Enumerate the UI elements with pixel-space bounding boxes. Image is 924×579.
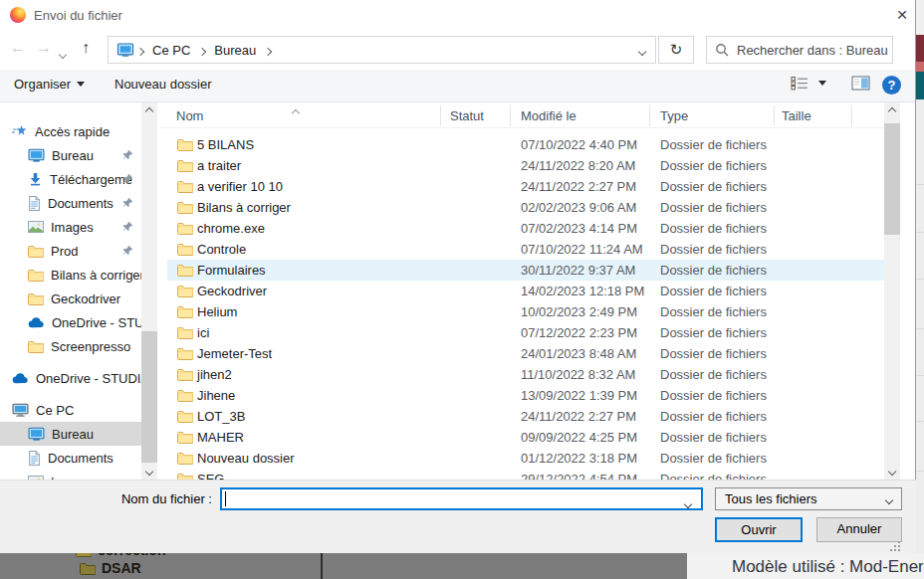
table-row[interactable]: 5 BILANS07/10/2022 4:40 PMDossier de fic… — [167, 134, 899, 155]
table-row[interactable]: Formulaires30/11/2022 9:37 AMDossier de … — [167, 260, 899, 281]
table-row[interactable]: Bilans à corriger02/02/2023 9:06 AMDossi… — [167, 197, 899, 218]
details-view-icon[interactable] — [791, 76, 809, 91]
firefox-icon — [10, 7, 26, 23]
cell-mod: 07/12/2022 2:23 PM — [521, 325, 637, 340]
column-divider[interactable] — [510, 105, 511, 126]
sidebar-item-bilans-corriger[interactable]: Bilans à corriger — [0, 263, 141, 287]
forward-button[interactable]: → — [36, 39, 52, 57]
cell-mod: 07/10/2022 11:24 AM — [521, 242, 643, 257]
column-divider[interactable] — [774, 105, 775, 126]
sidebar-item-prod[interactable]: Prod — [0, 239, 141, 263]
folder-icon — [177, 473, 193, 480]
back-button[interactable]: ← — [10, 39, 26, 57]
search-input[interactable] — [737, 43, 912, 58]
open-button[interactable]: Ouvrir — [715, 517, 803, 542]
table-row[interactable]: ici07/12/2022 2:23 PMDossier de fichiers — [167, 322, 899, 343]
sidebar-item-documents[interactable]: Documents — [0, 191, 141, 215]
sidebar-item-bureau[interactable]: Bureau — [0, 422, 141, 446]
sidebar-item-label: Bureau — [52, 148, 94, 163]
table-row[interactable]: chrome.exe07/02/2023 4:14 PMDossier de f… — [167, 218, 899, 239]
recent-locations-chevron-icon[interactable] — [60, 46, 66, 61]
column-divider[interactable] — [851, 105, 852, 126]
folder-icon — [177, 389, 193, 402]
folder-icon — [177, 347, 193, 360]
table-row[interactable]: Controle07/10/2022 11:24 AMDossier de fi… — [167, 239, 899, 260]
column-header-taille[interactable]: Taille — [782, 108, 811, 123]
cell-name: SEG — [197, 472, 224, 480]
list-scrollbar[interactable] — [884, 102, 900, 480]
cell-type: Dossier de fichiers — [660, 137, 767, 152]
scroll-down-icon[interactable] — [884, 463, 900, 480]
table-row[interactable]: Jihene13/09/2022 1:39 PMDossier de fichi… — [167, 385, 899, 406]
sidebar-item-label: Documents — [48, 196, 114, 211]
cell-name: Jemeter-Test — [197, 346, 272, 361]
address-dropdown-chevron-icon[interactable] — [639, 43, 645, 58]
background-divider-line — [321, 553, 323, 579]
table-row[interactable]: Nouveau dossier01/12/2022 3:18 PMDossier… — [167, 448, 899, 469]
table-row[interactable]: a verifier 10 1024/11/2022 2:27 PMDossie… — [167, 176, 899, 197]
table-row[interactable]: Jemeter-Test24/01/2023 8:48 AMDossier de… — [167, 343, 899, 364]
sidebar-item-documents[interactable]: Documents — [0, 446, 141, 470]
column-header-statut[interactable]: Statut — [450, 108, 484, 123]
scroll-up-icon[interactable] — [884, 102, 900, 119]
breadcrumb-bureau[interactable]: Bureau — [208, 43, 262, 58]
column-divider[interactable] — [649, 105, 650, 126]
command-bar: Organiser Nouveau dossier ? — [0, 70, 915, 102]
table-row[interactable]: Helium10/02/2023 2:49 PMDossier de fichi… — [167, 301, 899, 322]
help-icon[interactable]: ? — [882, 76, 901, 95]
folder-icon — [177, 222, 193, 235]
table-row[interactable]: SEG29/12/2022 4:54 PMDossier de fichiers — [167, 469, 899, 480]
close-icon[interactable]: × — [890, 3, 914, 27]
scroll-up-icon[interactable] — [141, 102, 157, 119]
folder-icon — [177, 431, 193, 444]
sidebar-item-onedrive-studia[interactable]: OneDrive - STUDIA — [0, 366, 141, 390]
table-row[interactable]: jihen211/10/2022 8:32 AMDossier de fichi… — [167, 364, 899, 385]
new-folder-button[interactable]: Nouveau dossier — [115, 77, 212, 92]
address-bar[interactable]: Ce PC Bureau — [108, 36, 656, 64]
sidebar-item-images[interactable]: Images — [0, 470, 141, 480]
sidebar-item-screenpresso[interactable]: Screenpresso — [0, 334, 141, 358]
cell-type: Dossier de fichiers — [660, 179, 767, 194]
folder-icon — [177, 368, 193, 381]
folder-icon — [177, 180, 193, 193]
sidebar-scrollbar-thumb[interactable] — [141, 331, 157, 463]
organize-button[interactable]: Organiser — [14, 77, 85, 92]
breadcrumb-ce-pc[interactable]: Ce PC — [146, 43, 196, 58]
cell-mod: 24/11/2022 8:20 AM — [521, 158, 635, 173]
filetype-select[interactable]: Tous les fichiers — [715, 487, 902, 510]
file-list: NomStatutModifié leTypeTaille 5 BILANS07… — [159, 102, 900, 480]
cancel-button[interactable]: Annuler — [816, 517, 902, 542]
column-divider[interactable] — [440, 105, 441, 126]
sidebar-item-t-l-chargeme[interactable]: Téléchargeme — [0, 167, 141, 191]
sidebar-item-onedrive-stud[interactable]: OneDrive - STUD — [0, 310, 141, 334]
view-dropdown-caret-icon[interactable] — [818, 81, 826, 86]
filename-dropdown-chevron-icon[interactable] — [685, 495, 691, 510]
cell-mod: 29/12/2022 4:54 PM — [521, 472, 637, 480]
sidebar-item-bureau[interactable]: Bureau — [0, 143, 141, 167]
preview-pane-icon[interactable] — [851, 76, 870, 91]
table-row[interactable]: MAHER09/09/2022 4:25 PMDossier de fichie… — [167, 427, 899, 448]
sidebar-item-acc-s-rapide[interactable]: Accès rapide — [0, 119, 141, 143]
quick-access-icon — [12, 124, 28, 138]
table-row[interactable]: Geckodriver14/02/2023 12:18 PMDossier de… — [167, 281, 899, 301]
sidebar-item-ce-pc[interactable]: Ce PC — [0, 398, 141, 422]
column-header-nom[interactable]: Nom — [176, 108, 203, 123]
sidebar-item-label: Téléchargeme — [50, 172, 132, 187]
folder-icon — [177, 159, 193, 172]
resize-grip-icon[interactable] — [889, 540, 901, 552]
table-row[interactable]: LOT_3B24/11/2022 2:27 PMDossier de fichi… — [167, 406, 899, 427]
sidebar-scrollbar[interactable] — [141, 102, 157, 480]
list-scrollbar-thumb[interactable] — [884, 123, 900, 235]
sidebar-item-images[interactable]: Images — [0, 215, 141, 239]
table-row[interactable]: a traiter24/11/2022 8:20 AMDossier de fi… — [167, 155, 899, 176]
filename-input[interactable] — [220, 487, 703, 510]
cell-name: ici — [197, 325, 209, 340]
column-header-modifi-le[interactable]: Modifié le — [521, 108, 577, 123]
up-button[interactable]: ↑ — [82, 39, 90, 57]
search-box[interactable] — [706, 36, 893, 64]
breadcrumb-separator-icon — [265, 43, 271, 58]
column-header-type[interactable]: Type — [660, 108, 688, 123]
refresh-button[interactable]: ↻ — [658, 36, 694, 64]
sidebar-item-geckodriver[interactable]: Geckodriver — [0, 287, 141, 310]
scroll-down-icon[interactable] — [141, 463, 157, 480]
